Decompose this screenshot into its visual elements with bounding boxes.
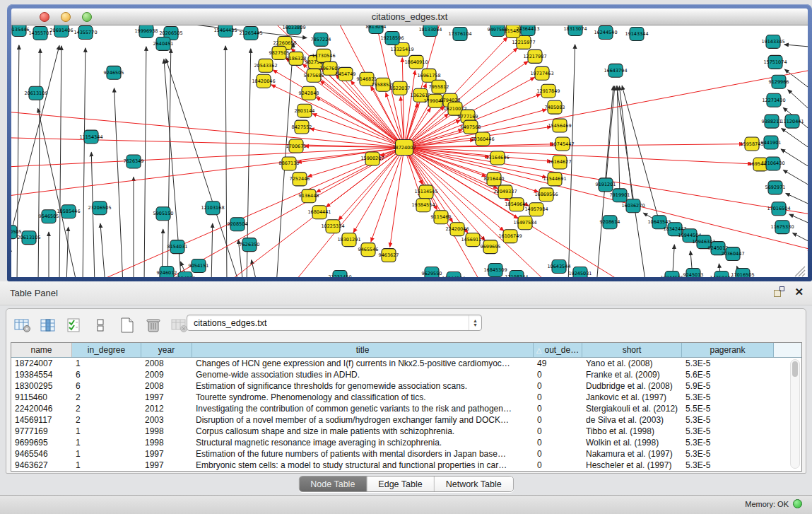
table-row[interactable]: 911546021997Tourette syndrome. Phenomeno… xyxy=(11,392,801,403)
table-cell: 2008 xyxy=(141,358,192,369)
citation-edge[interactable] xyxy=(100,223,105,277)
table-settings-icon[interactable] xyxy=(13,317,32,334)
network-canvas[interactable]: 2226065898275058186328982750811730546205… xyxy=(11,25,808,277)
graph-node-label: 16244540 xyxy=(594,30,617,35)
citation-edge[interactable] xyxy=(788,90,808,109)
citation-edge[interactable] xyxy=(59,46,61,277)
tab-node-table[interactable]: Node Table xyxy=(299,477,367,491)
delete-columns-icon[interactable] xyxy=(144,317,163,334)
graph-node-label: 19996938 xyxy=(134,28,158,34)
graph-node-label: 1362615 xyxy=(411,93,431,98)
column-header-title[interactable]: title xyxy=(192,343,534,357)
table-row[interactable]: 977716911998Corpus callosum shape and si… xyxy=(11,426,801,437)
citation-edge-selected[interactable] xyxy=(11,109,404,148)
graph-node-label: 16033809 xyxy=(282,25,305,30)
column-header-in_degree[interactable]: in_degree xyxy=(72,343,141,357)
graph-node-label: 19143345 xyxy=(761,39,784,45)
table-row[interactable]: 1938455462009Genome-wide association stu… xyxy=(11,369,801,380)
citation-edge-selected[interactable] xyxy=(404,148,498,189)
citation-edge[interactable] xyxy=(789,214,808,223)
graph-node-label: 6497568 xyxy=(461,124,481,130)
graph-node-label: 10585446 xyxy=(57,209,80,214)
citation-edge[interactable] xyxy=(793,233,808,241)
table-cell: 6 xyxy=(72,369,141,380)
citation-edge[interactable] xyxy=(783,170,808,185)
memory-indicator[interactable]: Memory: OK xyxy=(745,499,802,508)
graph-node-label: 5692971 xyxy=(765,185,786,190)
table-row[interactable]: 946362711997Embryonic stem cells: a mode… xyxy=(11,460,801,471)
graph-node-label: 9208504 xyxy=(228,221,248,227)
table-type-tabs: Node TableEdge TableNetwork Table xyxy=(298,476,513,492)
column-header-short[interactable]: short xyxy=(582,343,682,357)
graph-node-label: 25160505 xyxy=(11,229,22,235)
citation-edge[interactable] xyxy=(786,193,808,204)
new-table-icon[interactable] xyxy=(118,317,136,334)
citation-edge[interactable] xyxy=(782,129,808,148)
graph-node-label: 19245031 xyxy=(568,271,592,276)
column-header-year[interactable]: year xyxy=(141,343,192,357)
tab-network-table[interactable]: Network Table xyxy=(435,477,513,491)
graph-node-label: 16106749 xyxy=(498,233,522,239)
table-row[interactable]: 946554611997Estimation of the future num… xyxy=(11,448,801,460)
graph-node-label: 7919901 xyxy=(610,192,630,198)
resize-grip-icon[interactable] xyxy=(795,267,805,276)
citation-edge[interactable] xyxy=(606,86,615,185)
table-cell: 9699695 xyxy=(11,437,72,448)
table-row[interactable]: 1830029562008Estimation of significance … xyxy=(11,380,801,392)
table-cell: 18300295 xyxy=(11,380,72,392)
close-panel-icon[interactable]: ✕ xyxy=(794,286,804,297)
graph-node-label: 9136448 xyxy=(299,193,319,199)
citation-edge[interactable] xyxy=(38,108,77,277)
citation-network-graph[interactable]: 2226065898275058186328982750811730546205… xyxy=(11,25,808,277)
graph-node-label: 8454749 xyxy=(336,71,356,77)
table-cell: 0 xyxy=(534,392,582,403)
citation-edge[interactable] xyxy=(144,47,146,277)
table-cell: 1998 xyxy=(141,437,192,448)
table-cell: 5.6E-5 xyxy=(682,369,774,380)
table-row[interactable]: 2242004622012Investigating the contribut… xyxy=(11,403,801,414)
network-view-window[interactable]: citations_edges.txt 22260658982750581863… xyxy=(7,4,812,281)
citation-edge[interactable] xyxy=(617,86,646,277)
column-header-pagerank[interactable]: pagerank xyxy=(682,343,774,357)
citation-edge[interactable] xyxy=(83,48,86,277)
select-columns-icon[interactable] xyxy=(66,317,84,334)
graph-node-label: 7857224 xyxy=(311,37,331,42)
graph-node-label: 9388211 xyxy=(762,119,782,124)
show-columns-icon[interactable] xyxy=(40,317,58,334)
graph-node-label: 7955812 xyxy=(429,84,449,90)
table-cell: 2009 xyxy=(141,369,192,380)
table-cell: Dudbridge et al. (2008) xyxy=(582,380,682,392)
graph-node-label: 16164627 xyxy=(548,159,571,165)
table-cell: 1997 xyxy=(141,392,192,403)
citation-edge-selected[interactable] xyxy=(197,148,404,277)
table-cell: Investigating the contribution of common… xyxy=(192,403,534,414)
table-row[interactable]: 969969511998Structural magnetic resonanc… xyxy=(11,437,801,448)
graph-node-label: 22049337 xyxy=(493,189,517,194)
table-cell: Stergiakouli et al. (2012) xyxy=(582,403,682,414)
graph-node-label: 16643794 xyxy=(604,68,627,74)
table-cell: 14569117 xyxy=(11,414,72,426)
column-header-name[interactable]: name xyxy=(11,343,72,357)
table-header-row: namein_degreeyeartitle△out_de…shortpager… xyxy=(11,343,801,358)
table-scrollbar[interactable] xyxy=(790,359,800,469)
column-header-out_de[interactable]: △out_de… xyxy=(534,343,582,357)
tab-edge-table[interactable]: Edge Table xyxy=(367,477,434,491)
network-window-titlebar[interactable]: citations_edges.txt xyxy=(11,8,808,25)
table-row[interactable]: 1872400712008Changes of HCN gene express… xyxy=(11,358,801,369)
float-panel-icon[interactable] xyxy=(774,286,784,297)
table-scrollbar-thumb[interactable] xyxy=(792,361,798,377)
graph-node-label: 11544691 xyxy=(543,176,566,182)
graph-node-label: 14250441 xyxy=(710,275,733,277)
graph-node-label: 8154031 xyxy=(167,244,188,250)
citation-edge[interactable] xyxy=(781,149,808,167)
citation-edge[interactable] xyxy=(784,45,808,47)
network-table-selector[interactable]: citations_edges.txt ▲▼ xyxy=(187,315,482,331)
citation-edge[interactable] xyxy=(66,227,69,277)
citation-edge[interactable] xyxy=(17,45,19,277)
graph-node-label: 19218596 xyxy=(380,35,404,41)
row-height-icon[interactable] xyxy=(92,317,110,334)
table-cell: 9465546 xyxy=(11,448,72,460)
table-cell: 5.3E-5 xyxy=(682,358,774,369)
citation-edge[interactable] xyxy=(38,49,40,277)
table-row[interactable]: 1456911722003Disruption of a novel membe… xyxy=(11,414,801,426)
